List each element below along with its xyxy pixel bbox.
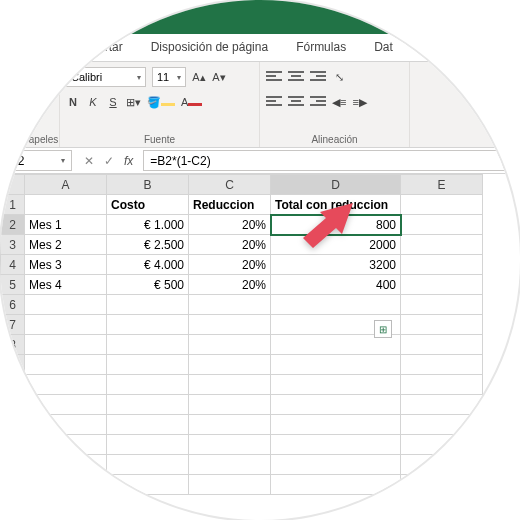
cell[interactable]: Mes 2 [25, 235, 107, 255]
cell[interactable]: 20% [189, 275, 271, 295]
increase-indent-icon[interactable]: ≡▶ [352, 96, 366, 109]
enter-icon[interactable]: ✓ [104, 154, 114, 168]
row-header[interactable]: 10 [1, 375, 25, 395]
font-name-select[interactable]: Calibri▾ [66, 67, 146, 87]
tab-datos[interactable]: Dat [360, 34, 407, 61]
cell[interactable]: 3200 [271, 255, 401, 275]
chevron-down-icon: ▾ [137, 73, 141, 82]
italic-button[interactable]: K [86, 96, 100, 108]
title-bar [0, 0, 520, 34]
copy-icon[interactable] [32, 68, 48, 82]
col-header-c[interactable]: C [189, 175, 271, 195]
group-alignment: ⤡ ◀≡ ≡▶ Alineación [260, 62, 410, 147]
row-header[interactable]: 1 [1, 195, 25, 215]
tab-formulas[interactable]: Fórmulas [282, 34, 360, 61]
row-header[interactable]: 7 [1, 315, 25, 335]
cut-icon[interactable] [12, 68, 28, 82]
ribbon: gar ortapapeles Calibri▾ 11▾ A▴ A▾ N K S… [0, 62, 520, 148]
cell[interactable] [401, 235, 483, 255]
decrease-font-icon[interactable]: A▾ [212, 71, 226, 84]
row-header[interactable]: 4 [1, 255, 25, 275]
orientation-icon[interactable]: ⤡ [332, 71, 346, 84]
row-header[interactable]: 8 [1, 335, 25, 355]
border-button[interactable]: ⊞▾ [126, 96, 141, 109]
cell[interactable]: 400 [271, 275, 401, 295]
col-header-b[interactable]: B [107, 175, 189, 195]
group-font: Calibri▾ 11▾ A▴ A▾ N K S ⊞▾ 🪣 A Fuente [60, 62, 260, 147]
row-header[interactable]: 3 [1, 235, 25, 255]
align-bottom-icon[interactable] [310, 71, 326, 83]
row-header[interactable]: 14 [1, 455, 25, 475]
formula-bar: D2▾ ✕ ✓ fx =B2*(1-C2) [0, 148, 520, 174]
underline-button[interactable]: S [106, 96, 120, 108]
cell[interactable] [401, 215, 483, 235]
cell[interactable]: Costo [107, 195, 189, 215]
worksheet-grid[interactable]: A B C D E 1 Costo Reduccion Total con re… [0, 174, 520, 495]
paste-button[interactable]: gar [22, 84, 36, 95]
row-header[interactable]: 2 [1, 215, 25, 235]
row-header[interactable]: 12 [1, 415, 25, 435]
cell[interactable] [401, 275, 483, 295]
name-box[interactable]: D2▾ [2, 150, 72, 171]
cell[interactable]: Total con reduccion [271, 195, 401, 215]
fx-icon[interactable]: fx [124, 154, 133, 168]
group-font-label: Fuente [66, 132, 253, 145]
align-center-icon[interactable] [288, 96, 304, 108]
ribbon-tabs: Inicio Insertar Disposición de página Fó… [0, 34, 520, 62]
increase-font-icon[interactable]: A▴ [192, 71, 206, 84]
cell[interactable] [25, 195, 107, 215]
group-clipboard: gar ortapapeles [0, 62, 60, 147]
group-clipboard-label: ortapapeles [6, 132, 53, 145]
formula-input[interactable]: =B2*(1-C2) [143, 150, 518, 171]
cell[interactable]: € 4.000 [107, 255, 189, 275]
align-top-icon[interactable] [266, 71, 282, 83]
cell[interactable]: Mes 1 [25, 215, 107, 235]
col-header-d[interactable]: D [271, 175, 401, 195]
row-header[interactable]: 6 [1, 295, 25, 315]
chevron-down-icon: ▾ [177, 73, 181, 82]
cell[interactable]: 20% [189, 255, 271, 275]
tab-disposicion[interactable]: Disposición de página [137, 34, 282, 61]
cancel-icon[interactable]: ✕ [84, 154, 94, 168]
row-header[interactable]: 9 [1, 355, 25, 375]
align-left-icon[interactable] [266, 96, 282, 108]
cell[interactable] [401, 255, 483, 275]
row-header[interactable]: 11 [1, 395, 25, 415]
cell[interactable]: Mes 3 [25, 255, 107, 275]
cell-selected[interactable]: 800 [271, 215, 401, 235]
cell[interactable]: € 1.000 [107, 215, 189, 235]
cell[interactable]: 20% [189, 235, 271, 255]
tab-insertar[interactable]: Insertar [68, 34, 137, 61]
font-size-select[interactable]: 11▾ [152, 67, 186, 87]
font-color-button[interactable]: A [181, 96, 202, 108]
row-header[interactable]: 5 [1, 275, 25, 295]
cell[interactable]: Reduccion [189, 195, 271, 215]
cell[interactable]: 20% [189, 215, 271, 235]
autofill-options-icon[interactable]: ⊞ [374, 320, 392, 338]
cell[interactable] [401, 195, 483, 215]
align-middle-icon[interactable] [288, 71, 304, 83]
align-right-icon[interactable] [310, 96, 326, 108]
tab-inicio[interactable]: Inicio [12, 34, 68, 61]
col-header-e[interactable]: E [401, 175, 483, 195]
col-header-a[interactable]: A [25, 175, 107, 195]
bold-button[interactable]: N [66, 96, 80, 108]
cell[interactable]: € 2.500 [107, 235, 189, 255]
fill-color-button[interactable]: 🪣 [147, 96, 175, 109]
row-header[interactable]: 13 [1, 435, 25, 455]
group-align-label: Alineación [266, 132, 403, 145]
cell[interactable]: Mes 4 [25, 275, 107, 295]
decrease-indent-icon[interactable]: ◀≡ [332, 96, 346, 109]
cell[interactable]: 2000 [271, 235, 401, 255]
cell[interactable]: € 500 [107, 275, 189, 295]
row-header[interactable]: 15 [1, 475, 25, 495]
select-all-corner[interactable] [1, 175, 25, 195]
